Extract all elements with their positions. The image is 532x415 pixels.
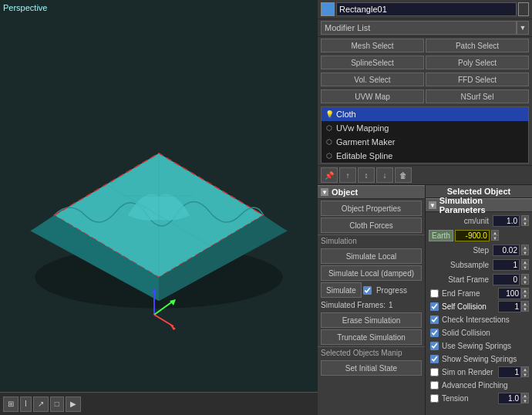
vol-select-btn[interactable]: Vol. Select — [321, 73, 424, 86]
poly-select-btn[interactable]: Poly Select — [426, 56, 529, 69]
spline-select-btn[interactable]: SplineSelect — [321, 56, 424, 69]
frames-row: Simulated Frames: 1 — [318, 299, 425, 311]
subsample-up[interactable]: ▲ — [521, 259, 529, 265]
viewport-btn-1[interactable]: ⊞ — [3, 396, 19, 412]
stack-item-garment[interactable]: ⬡ Garment Maker — [322, 135, 528, 149]
end-frame-checkbox[interactable] — [430, 289, 439, 298]
start-frame-down[interactable]: ▼ — [521, 279, 529, 285]
set-initial-state-btn[interactable]: Set Initial State — [321, 360, 422, 376]
object-panel-arrow[interactable]: ▼ — [321, 188, 328, 196]
end-frame-input[interactable] — [498, 288, 521, 299]
solid-collision-label: Solid Collision — [442, 329, 490, 337]
self-collision-checkbox[interactable] — [430, 302, 439, 311]
start-frame-up[interactable]: ▲ — [521, 274, 529, 279]
object-panel-header: ▼ Object — [318, 185, 425, 199]
tension-spinner: ▲ ▼ — [521, 393, 529, 403]
mod-icon-delete[interactable]: 🗑 — [395, 167, 412, 183]
advanced-pinching-row: Advanced Pinching — [429, 379, 529, 391]
select-row-1: Mesh Select Patch Select — [318, 37, 532, 54]
start-frame-input[interactable] — [493, 274, 520, 285]
sim-params-arrow[interactable]: ▼ — [429, 201, 436, 209]
gravity-down[interactable]: ▼ — [491, 235, 499, 241]
end-frame-row: End Frame ▲ ▼ — [429, 287, 529, 299]
step-down[interactable]: ▼ — [521, 250, 529, 255]
simulation-section-label: Simulation — [318, 234, 425, 247]
cm-unit-input[interactable] — [493, 215, 520, 227]
svg-marker-15 — [170, 324, 176, 330]
cm-unit-down[interactable]: ▼ — [521, 221, 529, 226]
modifier-list-dropdown[interactable]: ▼ — [517, 21, 529, 35]
cloth-forces-btn[interactable]: Cloth Forces — [321, 218, 422, 233]
cm-unit-up[interactable]: ▲ — [521, 215, 529, 221]
sim-on-render-up[interactable]: ▲ — [521, 366, 529, 372]
step-label: Step — [429, 246, 491, 255]
gravity-input[interactable] — [455, 230, 490, 241]
earth-btn[interactable]: Earth — [429, 230, 453, 241]
subsample-down[interactable]: ▼ — [521, 265, 529, 270]
3d-viewport[interactable]: Perspective — [0, 0, 318, 415]
use-sewing-springs-checkbox[interactable] — [430, 342, 439, 350]
tension-checkbox[interactable] — [430, 394, 439, 403]
advanced-pinching-checkbox[interactable] — [430, 381, 439, 390]
modifier-list-label: Modifier List — [321, 21, 517, 35]
mod-icon-down[interactable]: ↓ — [376, 167, 393, 183]
gravity-up[interactable]: ▲ — [491, 230, 499, 235]
stack-item-cloth[interactable]: 💡 Cloth — [322, 107, 528, 121]
self-collision-input[interactable] — [498, 301, 521, 312]
obj-properties-btn[interactable]: Object Properties — [321, 201, 422, 216]
sim-on-render-checkbox[interactable] — [430, 368, 439, 376]
tension-down[interactable]: ▼ — [521, 398, 529, 403]
erase-simulation-btn[interactable]: Erase Simulation — [321, 312, 422, 328]
stack-item-cloth-label: Cloth — [336, 110, 356, 119]
show-sewing-springs-checkbox[interactable] — [430, 355, 439, 363]
stack-item-uvw[interactable]: ⬡ UVw Mapping — [322, 121, 528, 135]
select-row-3: Vol. Select FFD Select — [318, 71, 532, 88]
simulate-btn[interactable]: Simulate — [321, 282, 362, 298]
viewport-btn-2[interactable]: I — [20, 396, 32, 412]
ffd-select-btn[interactable]: FFD Select — [426, 73, 529, 86]
mod-icon-move[interactable]: ↕ — [358, 167, 375, 183]
obj-color-swatch[interactable] — [321, 2, 335, 16]
end-frame-down[interactable]: ▼ — [521, 293, 529, 299]
end-frame-up[interactable]: ▲ — [521, 288, 529, 293]
sim-on-render-down[interactable]: ▼ — [521, 372, 529, 377]
simulate-local-damped-btn[interactable]: Simulate Local (damped) — [321, 265, 422, 281]
stack-item-spline[interactable]: ⬡ Editable Spline — [322, 149, 528, 163]
stack-item-garment-label: Garment Maker — [336, 137, 395, 147]
object-panel-title: Object — [332, 187, 358, 197]
obj-color-swatch2[interactable] — [518, 2, 529, 16]
simulate-local-btn[interactable]: Simulate Local — [321, 248, 422, 264]
self-collision-down[interactable]: ▼ — [521, 306, 529, 312]
obj-name-input[interactable] — [336, 2, 517, 16]
step-up[interactable]: ▲ — [521, 245, 529, 250]
bottom-panels: ▼ Object Object Properties Cloth Forces … — [318, 185, 532, 415]
use-sewing-springs-row: Use Sewing Springs — [429, 339, 529, 352]
stack-item-spline-label: Editable Spline — [336, 151, 392, 160]
nsurf-sel-btn[interactable]: NSurf Sel — [426, 89, 529, 103]
gravity-spinner: ▲ ▼ — [491, 230, 499, 241]
progress-checkbox[interactable] — [363, 286, 372, 295]
sim-params-content: cm/unit ▲ ▼ Earth ▲ ▼ — [426, 212, 532, 407]
truncate-simulation-btn[interactable]: Truncate Simulation — [321, 329, 422, 345]
tension-input[interactable] — [498, 393, 521, 404]
subsample-input[interactable] — [493, 259, 520, 271]
check-intersections-label: Check Intersections — [442, 315, 510, 324]
solid-collision-checkbox[interactable] — [430, 329, 439, 337]
tension-up[interactable]: ▲ — [521, 393, 529, 398]
progress-label: Progress — [376, 286, 407, 295]
mod-icon-up[interactable]: ↑ — [339, 167, 356, 183]
sim-on-render-row: Sim on Render ▲ ▼ — [429, 366, 529, 378]
uvw-map-btn[interactable]: UVW Map — [321, 89, 424, 103]
step-input[interactable] — [493, 245, 520, 256]
start-frame-label: Start Frame — [429, 275, 491, 284]
sim-on-render-input[interactable] — [498, 366, 521, 378]
patch-select-btn[interactable]: Patch Select — [426, 39, 529, 52]
viewport-btn-5[interactable]: ▶ — [66, 396, 81, 412]
mesh-select-btn[interactable]: Mesh Select — [321, 39, 424, 52]
viewport-btn-3[interactable]: ↗ — [33, 396, 49, 412]
sim-params-title: Simulation Parameters — [439, 196, 529, 214]
self-collision-up[interactable]: ▲ — [521, 301, 529, 306]
viewport-btn-4[interactable]: □ — [50, 396, 64, 412]
mod-icon-pin[interactable]: 📌 — [321, 167, 338, 183]
check-intersections-checkbox[interactable] — [430, 315, 439, 324]
